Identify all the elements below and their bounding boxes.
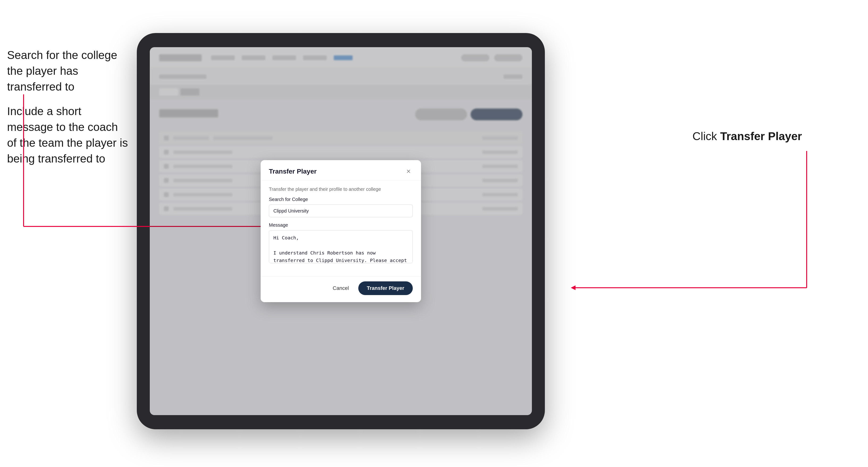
- message-textarea[interactable]: Hi Coach, I understand Chris Robertson h…: [269, 230, 413, 263]
- search-college-label: Search for College: [269, 197, 413, 202]
- annotation-right-container: Click Transfer Player: [692, 130, 802, 143]
- ipad-screen: Transfer Player ✕ Transfer the player an…: [150, 47, 532, 415]
- modal-close-button[interactable]: ✕: [404, 167, 413, 176]
- search-college-group: Search for College: [269, 197, 413, 217]
- ipad-frame: Transfer Player ✕ Transfer the player an…: [137, 33, 545, 429]
- annotation-message-text: Include a short message to the coach of …: [7, 103, 130, 167]
- modal-header: Transfer Player ✕: [261, 160, 421, 181]
- modal-footer: Cancel Transfer Player: [261, 276, 421, 302]
- modal-overlay: Transfer Player ✕ Transfer the player an…: [150, 47, 532, 415]
- annotation-click-text: Click: [692, 130, 720, 143]
- modal-subtitle: Transfer the player and their profile to…: [269, 187, 413, 192]
- annotation-transfer-text: Transfer Player: [720, 130, 802, 143]
- cancel-button[interactable]: Cancel: [328, 282, 353, 294]
- search-college-input[interactable]: [269, 205, 413, 217]
- transfer-player-modal: Transfer Player ✕ Transfer the player an…: [261, 160, 421, 302]
- annotation-search-text: Search for the college the player has tr…: [7, 47, 130, 95]
- svg-marker-5: [571, 285, 576, 290]
- message-label: Message: [269, 222, 413, 228]
- message-group: Message Hi Coach, I understand Chris Rob…: [269, 222, 413, 264]
- modal-body: Transfer the player and their profile to…: [261, 181, 421, 276]
- modal-title: Transfer Player: [269, 168, 316, 175]
- annotation-left-container: Search for the college the player has tr…: [7, 47, 130, 166]
- transfer-player-button[interactable]: Transfer Player: [358, 281, 413, 295]
